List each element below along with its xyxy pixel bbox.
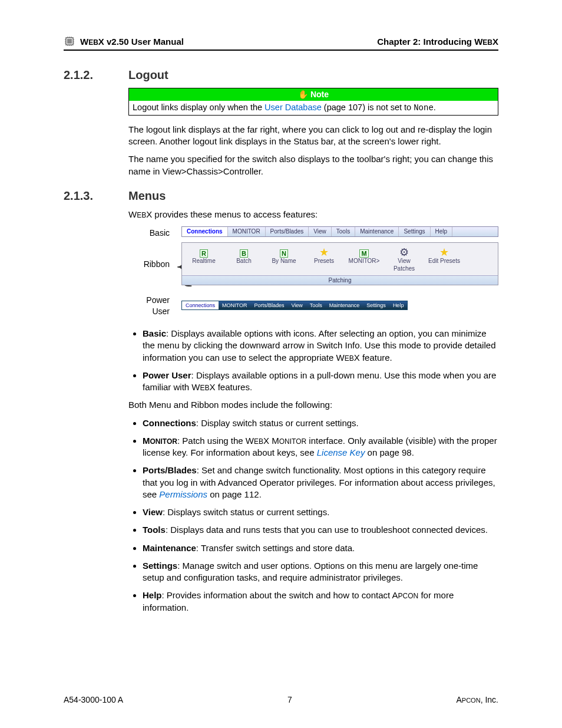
ribbon-item-monitor-[interactable]: MMONITOR> — [348, 245, 380, 273]
permissions-link[interactable]: Permissions — [159, 489, 207, 499]
ribbon-icon: ★ — [428, 245, 460, 257]
footer-right: APCON, Inc. — [457, 695, 498, 704]
power-tab-ports/blades[interactable]: Ports/Blades — [250, 301, 287, 309]
ribbon-icon: M — [348, 245, 380, 257]
fig-label-ribbon: Ribbon — [128, 258, 173, 270]
list-item: Tools: Displays data and runs tests that… — [143, 524, 498, 536]
section-title-logout: Logout — [128, 68, 168, 82]
svg-rect-1 — [67, 39, 72, 44]
ribbon-item-label: View Patches — [388, 257, 420, 273]
header-left-text: WEBX v2.50 User Manual — [80, 37, 184, 47]
menus-mid: Both Menu and Ribbon modes include the f… — [128, 399, 498, 411]
power-tab-view[interactable]: View — [287, 301, 306, 309]
page-header: WEBX v2.50 User Manual Chapter 2: Introd… — [64, 35, 498, 51]
basic-tab-ports/blades[interactable]: Ports/Blades — [266, 227, 309, 236]
section-title-menus: Menus — [128, 189, 166, 203]
power-tab-maintenance[interactable]: Maintenance — [326, 301, 363, 309]
list-item: Connections: Display switch status or cu… — [143, 417, 498, 429]
user-database-link[interactable]: User Database — [265, 103, 322, 112]
patching-bar: Patching — [182, 275, 498, 285]
power-tab-settings[interactable]: Settings — [363, 301, 389, 309]
basic-tab-settings[interactable]: Settings — [399, 227, 430, 236]
section-number-212: 2.1.2. — [64, 68, 117, 82]
basic-tab-tools[interactable]: Tools — [332, 227, 355, 236]
fig-label-power: Power User — [128, 294, 173, 317]
list-item: MONITOR: Patch using the WEBX MONITOR in… — [143, 435, 498, 459]
list-item: Settings: Manage switch and user options… — [143, 560, 498, 584]
power-user-bar: ConnectionsMONITORPorts/BladesViewToolsM… — [181, 301, 408, 310]
list-item: View: Displays switch status or current … — [143, 506, 498, 518]
bullets-menus: Connections: Display switch status or cu… — [128, 417, 498, 614]
menus-figure: Basic ConnectionsMONITORPorts/BladesView… — [128, 226, 498, 317]
menus-intro: WEBX provides these menus to access feat… — [128, 209, 498, 220]
ribbon-box: RRealtimeBBatchNBy Name★PresetsMMONITOR>… — [181, 242, 498, 286]
header-right-text: Chapter 2: Introducing WEBX — [377, 37, 498, 47]
license-key-link[interactable]: License Key — [317, 447, 365, 457]
fig-label-basic: Basic — [128, 226, 173, 239]
ribbon-icon: ★ — [308, 245, 340, 257]
ribbon-item-label: MONITOR> — [348, 257, 380, 265]
chip-icon — [64, 35, 75, 47]
note-icon: ✋ — [298, 89, 308, 100]
ribbon-item-label: Edit Presets — [428, 257, 460, 265]
note-box: ✋ Note Logout links display only when th… — [128, 88, 498, 116]
ribbon-item-presets[interactable]: ★Presets — [308, 245, 340, 273]
footer-left: A54-3000-100 A — [64, 695, 123, 704]
basic-menu-bar: ConnectionsMONITORPorts/BladesViewToolsM… — [181, 226, 498, 237]
power-tab-monitor[interactable]: MONITOR — [219, 301, 250, 309]
basic-tab-connections[interactable]: Connections — [182, 227, 228, 236]
basic-tab-monitor[interactable]: MONITOR — [228, 227, 266, 236]
ribbon-icon: N — [268, 245, 300, 257]
logout-para-1: The logout link displays at the far righ… — [128, 124, 498, 148]
logout-para-2: The name you specified for the switch al… — [128, 153, 498, 177]
basic-tab-view[interactable]: View — [309, 227, 332, 236]
footer-page-number: 7 — [287, 695, 292, 704]
note-title: ✋ Note — [129, 88, 498, 101]
ribbon-item-view-patches[interactable]: ⚙View Patches — [388, 245, 420, 273]
ribbon-item-label: Batch — [228, 257, 260, 265]
ribbon-item-by-name[interactable]: NBy Name — [268, 245, 300, 273]
list-item: Maintenance: Transfer switch settings an… — [143, 542, 498, 554]
power-tab-tools[interactable]: Tools — [306, 301, 326, 309]
ribbon-item-realtime[interactable]: RRealtime — [188, 245, 220, 273]
section-number-213: 2.1.3. — [64, 189, 117, 203]
ribbon-icon: R — [188, 245, 220, 257]
bullets-mode: Basic: Displays available options with i… — [128, 328, 498, 393]
ribbon-icon: ⚙ — [388, 245, 420, 257]
list-item: Basic: Displays available options with i… — [143, 328, 498, 364]
brace-icon: { — [173, 249, 181, 279]
power-tab-help[interactable]: Help — [389, 301, 408, 309]
note-body: Logout links display only when the User … — [129, 101, 498, 115]
list-item: Power User: Displays available options i… — [143, 370, 498, 394]
basic-tab-maintenance[interactable]: Maintenance — [355, 227, 399, 236]
ribbon-item-label: Realtime — [188, 257, 220, 265]
ribbon-item-batch[interactable]: BBatch — [228, 245, 260, 273]
ribbon-item-label: By Name — [268, 257, 300, 265]
ribbon-item-label: Presets — [308, 257, 340, 265]
ribbon-item-edit-presets[interactable]: ★Edit Presets — [428, 245, 460, 273]
page-footer: A54-3000-100 A 7 APCON, Inc. — [64, 695, 498, 704]
ribbon-icon: B — [228, 245, 260, 257]
list-item: Help: Provides information about the swi… — [143, 589, 498, 614]
basic-tab-help[interactable]: Help — [431, 227, 453, 236]
list-item: Ports/Blades: Set and change switch func… — [143, 465, 498, 500]
power-tab-connections[interactable]: Connections — [182, 301, 219, 309]
